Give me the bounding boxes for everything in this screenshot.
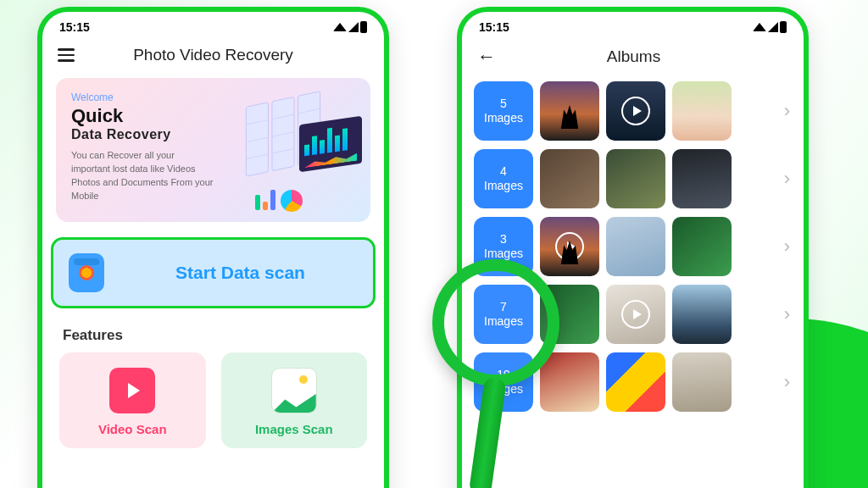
- album-count-card[interactable]: 5 Images: [474, 81, 533, 141]
- chevron-right-icon[interactable]: ›: [782, 236, 792, 258]
- hero-card: Welcome Quick Data Recovery You can Reco…: [56, 78, 370, 222]
- phone-frame-albums: 15:15 ← Albums 5 Images: [457, 7, 809, 488]
- album-thumbnail[interactable]: [606, 217, 665, 276]
- album-row: 19 Images ›: [474, 352, 792, 412]
- album-count: 5: [500, 97, 507, 111]
- status-icons: [753, 21, 787, 33]
- album-thumbnail[interactable]: [672, 81, 732, 141]
- album-thumbnail[interactable]: [606, 285, 665, 344]
- album-count: 3: [500, 232, 507, 247]
- hero-illustration: [209, 90, 362, 208]
- albums-list: 5 Images › 4 Images: [462, 81, 804, 412]
- chevron-right-icon[interactable]: ›: [782, 303, 792, 325]
- album-count-label: Images: [484, 111, 523, 125]
- wifi-icon: [753, 23, 766, 31]
- chevron-right-icon[interactable]: ›: [782, 371, 792, 393]
- battery-icon: [360, 21, 367, 33]
- status-time: 15:15: [59, 20, 90, 34]
- images-scan-label: Images Scan: [255, 422, 333, 436]
- album-count-label: Images: [484, 247, 523, 261]
- features-row: Video Scan Images Scan: [42, 352, 384, 448]
- album-count-card[interactable]: 3 Images: [474, 217, 533, 276]
- page-title: Albums: [479, 47, 788, 66]
- play-icon: [606, 285, 665, 344]
- video-play-icon: [109, 368, 155, 413]
- album-count-card[interactable]: 4 Images: [474, 149, 533, 208]
- page-title: Photo Video Recovery: [58, 46, 369, 64]
- album-count-label: Images: [484, 382, 523, 396]
- wifi-icon: [333, 23, 347, 31]
- album-thumbnail[interactable]: [606, 352, 665, 412]
- album-thumbnail[interactable]: [540, 285, 599, 344]
- play-icon: [540, 217, 599, 276]
- album-row: 4 Images ›: [474, 149, 792, 208]
- video-scan-card[interactable]: Video Scan: [59, 352, 206, 448]
- image-icon: [271, 368, 317, 413]
- status-bar: 15:15: [462, 12, 804, 37]
- chevron-right-icon[interactable]: ›: [782, 100, 792, 122]
- album-row: 7 Images ›: [474, 285, 792, 344]
- app-header: Photo Video Recovery: [42, 37, 384, 78]
- album-count-card[interactable]: 7 Images: [474, 285, 533, 344]
- album-thumbnail[interactable]: [672, 149, 732, 208]
- status-time: 15:15: [479, 20, 509, 34]
- album-thumbnail[interactable]: [672, 217, 732, 276]
- album-thumbnail[interactable]: [540, 217, 599, 276]
- images-scan-card[interactable]: Images Scan: [221, 352, 368, 448]
- album-count-label: Images: [484, 179, 523, 193]
- battery-icon: [780, 21, 787, 33]
- album-thumbnail[interactable]: [606, 81, 665, 141]
- hero-description: You can Recover all your important lost …: [71, 149, 215, 203]
- phone-frame-home: 15:15 Photo Video Recovery Welcome Quick…: [37, 7, 389, 488]
- status-icons: [333, 21, 367, 33]
- album-thumbnail[interactable]: [672, 285, 732, 344]
- album-thumbnail[interactable]: [540, 352, 599, 412]
- album-thumbnail[interactable]: [672, 352, 732, 412]
- album-thumbnail[interactable]: [540, 149, 599, 208]
- database-icon: [69, 253, 104, 292]
- album-thumbnail[interactable]: [606, 149, 665, 208]
- start-scan-label: Start Data scan: [123, 263, 358, 283]
- album-count: 7: [500, 300, 507, 314]
- signal-icon: [348, 22, 359, 32]
- album-count: 19: [497, 368, 510, 382]
- album-count: 4: [500, 164, 507, 179]
- video-scan-label: Video Scan: [98, 422, 167, 436]
- album-count-card[interactable]: 19 Images: [474, 352, 533, 412]
- album-row: 3 Images ›: [474, 217, 792, 276]
- chevron-right-icon[interactable]: ›: [782, 168, 792, 190]
- signal-icon: [768, 22, 778, 32]
- status-bar: 15:15: [42, 12, 384, 37]
- start-scan-button[interactable]: Start Data scan: [51, 237, 376, 308]
- app-header: ← Albums: [462, 37, 804, 81]
- album-count-label: Images: [484, 314, 523, 329]
- features-heading: Features: [63, 327, 364, 344]
- play-icon: [606, 81, 665, 141]
- album-row: 5 Images ›: [474, 81, 792, 141]
- album-thumbnail[interactable]: [540, 81, 599, 141]
